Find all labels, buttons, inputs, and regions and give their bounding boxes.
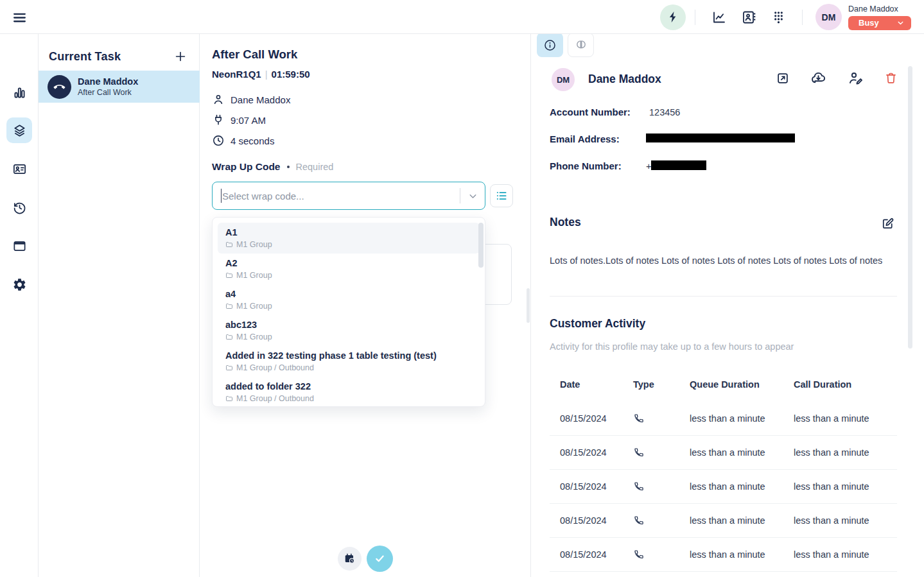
activity-row[interactable]: 08/15/2024 less than a minute less than … <box>550 538 897 572</box>
option-group-label: M1 Group / Outbound <box>236 363 314 372</box>
delete-contact-button[interactable] <box>884 71 898 85</box>
option-group-label: M1 Group / Outbound <box>236 394 314 403</box>
wrap-code-option[interactable]: A1 M1 Group <box>218 223 480 254</box>
acw-duration: 4 seconds <box>231 135 274 146</box>
wrap-code-option[interactable]: A2 M1 Group <box>218 254 480 284</box>
activity-call-duration: less than a minute <box>794 481 897 492</box>
task-status: After Call Work <box>78 88 138 97</box>
activity-row[interactable]: 08/15/2024 less than a minute less than … <box>550 504 897 538</box>
nav-contacts-button[interactable] <box>6 156 32 182</box>
person-icon <box>212 93 225 106</box>
open-profile-button[interactable] <box>776 71 790 85</box>
activity-date: 08/15/2024 <box>560 515 633 526</box>
dropdown-scrollbar-thumb[interactable] <box>478 223 484 268</box>
add-task-button[interactable] <box>172 48 189 65</box>
activity-table-body: 08/15/2024 less than a minute less than … <box>550 402 897 572</box>
status-dropdown-button[interactable]: Busy <box>848 16 911 30</box>
nav-tasks-button[interactable] <box>6 117 32 143</box>
col-call-duration: Call Duration <box>794 379 897 390</box>
folder-icon <box>225 333 233 341</box>
nav-browser-button[interactable] <box>6 233 32 259</box>
profile-name: Dane Maddox <box>588 73 661 86</box>
cloud-download-icon <box>810 70 826 86</box>
account-number-label: Account Number: <box>550 107 631 117</box>
complete-task-button[interactable] <box>367 546 393 572</box>
task-panel-title: Current Task <box>49 50 121 64</box>
notes-text: Lots of notes.Lots of notes Lots of note… <box>550 254 902 267</box>
bar-chart-icon <box>12 85 27 100</box>
wrap-code-option[interactable]: a4 M1 Group <box>218 284 480 315</box>
text-cursor <box>221 189 222 203</box>
quick-actions-button[interactable] <box>660 4 686 30</box>
chevron-down-icon <box>896 19 905 27</box>
phone-label: Phone Number: <box>550 160 622 171</box>
activity-row[interactable]: 08/15/2024 less than a minute less than … <box>550 470 897 504</box>
select-chevron-button[interactable] <box>460 191 485 202</box>
nav-history-button[interactable] <box>6 194 32 220</box>
dialpad-button[interactable] <box>767 6 790 29</box>
acw-panel-scrollbar-thumb[interactable] <box>527 288 530 323</box>
bulleted-list-icon <box>495 189 508 202</box>
tab-info[interactable] <box>537 33 563 57</box>
edit-notes-button[interactable] <box>880 216 895 231</box>
contacts-button[interactable] <box>737 6 760 29</box>
folder-icon <box>225 241 233 248</box>
edit-contact-button[interactable] <box>848 70 864 86</box>
wrap-code-option[interactable]: added to folder 322 M1 Group / Outbound <box>218 377 480 407</box>
edit-pencil-icon <box>880 216 895 231</box>
col-date: Date <box>560 379 633 390</box>
task-list-item[interactable]: Dane Maddox After Call Work <box>39 71 200 103</box>
user-status-block: Dane Maddox Busy <box>848 4 911 30</box>
nav-dashboard-button[interactable] <box>6 80 32 105</box>
profile-actions <box>776 70 898 86</box>
required-label: Required <box>296 162 334 172</box>
nav-settings-button[interactable] <box>6 271 32 297</box>
layers-icon <box>12 123 27 138</box>
tab-ai-insights[interactable] <box>568 33 594 57</box>
wrap-code-option[interactable]: abc123 M1 Group <box>218 315 480 346</box>
app-window: DM Dane Maddox Busy <box>0 0 924 577</box>
lightning-icon <box>667 10 680 24</box>
redacted-email-value <box>646 133 795 142</box>
topbar-divider <box>802 10 803 25</box>
option-group: M1 Group / Outbound <box>225 363 480 372</box>
analytics-button[interactable] <box>708 6 731 29</box>
plus-icon <box>173 49 187 64</box>
activity-date: 08/15/2024 <box>560 447 633 458</box>
plug-icon <box>212 114 225 126</box>
activity-date: 08/15/2024 <box>560 549 633 560</box>
customer-activity-note: Activity for this profile may take up to… <box>550 341 794 352</box>
wrap-code-list-button[interactable] <box>490 184 513 207</box>
task-contact-name: Dane Maddox <box>78 76 138 87</box>
option-group: M1 Group <box>225 302 480 311</box>
folder-icon <box>225 271 233 279</box>
schedule-callback-button[interactable] <box>338 547 362 571</box>
redacted-phone-value <box>651 160 706 170</box>
check-icon <box>374 553 386 565</box>
person-edit-icon <box>848 70 864 86</box>
activity-row[interactable]: 08/15/2024 less than a minute less than … <box>550 436 897 470</box>
hamburger-menu-button[interactable] <box>10 8 28 26</box>
acw-action-buttons <box>200 546 531 572</box>
folder-icon <box>225 302 233 310</box>
option-group-label: M1 Group <box>236 271 272 280</box>
user-avatar[interactable]: DM <box>815 4 842 30</box>
folder-icon <box>225 395 233 402</box>
acw-duration-row: 4 seconds <box>212 134 274 147</box>
external-link-icon <box>776 71 790 85</box>
left-nav-rail <box>0 34 39 577</box>
wrap-code-option[interactable]: Added in 322 testing phase 1 table testi… <box>218 346 480 377</box>
activity-row[interactable]: 08/15/2024 less than a minute less than … <box>550 402 897 436</box>
task-avatar <box>48 75 71 99</box>
option-title: Added in 322 testing phase 1 table testi… <box>225 350 480 361</box>
acw-start-time: 9:07 AM <box>231 115 266 126</box>
phone-call-icon <box>633 515 690 526</box>
acw-title: After Call Work <box>212 47 297 62</box>
chevron-down-icon <box>467 191 478 202</box>
option-group: M1 Group / Outbound <box>225 394 480 403</box>
profile-scrollbar-thumb[interactable] <box>908 66 912 349</box>
after-call-work-panel: After Call Work NeonR1Q1|01:59:50 Dane M… <box>200 34 531 577</box>
activity-queue-duration: less than a minute <box>690 413 794 424</box>
download-profile-button[interactable] <box>810 70 826 86</box>
wrap-code-select[interactable]: Select wrap code... <box>212 182 485 210</box>
